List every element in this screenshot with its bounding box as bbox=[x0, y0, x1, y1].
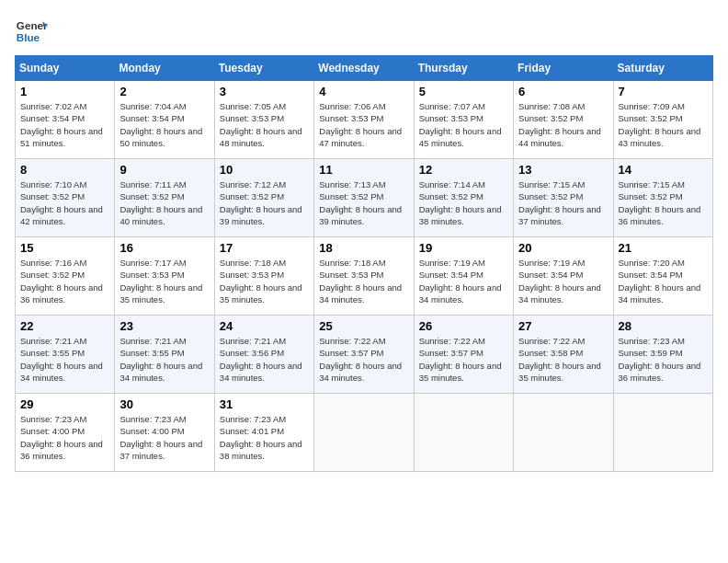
day-number: 1 bbox=[20, 85, 109, 98]
calendar-body: 1 Sunrise: 7:02 AMSunset: 3:54 PMDayligh… bbox=[16, 81, 713, 472]
week-row-5: 29 Sunrise: 7:23 AMSunset: 4:00 PMDaylig… bbox=[16, 394, 713, 472]
day-number: 6 bbox=[518, 85, 608, 98]
cell-info: Sunrise: 7:17 AMSunset: 3:53 PMDaylight:… bbox=[119, 257, 209, 305]
logo: General Blue bbox=[15, 15, 51, 48]
calendar-cell: 5 Sunrise: 7:07 AMSunset: 3:53 PMDayligh… bbox=[414, 81, 513, 159]
calendar-cell: 31 Sunrise: 7:23 AMSunset: 4:01 PMDaylig… bbox=[214, 394, 313, 472]
header-day-monday: Monday bbox=[115, 56, 214, 81]
cell-info: Sunrise: 7:18 AMSunset: 3:53 PMDaylight:… bbox=[319, 257, 408, 305]
calendar-cell: 24 Sunrise: 7:21 AMSunset: 3:56 PMDaylig… bbox=[214, 316, 313, 394]
cell-info: Sunrise: 7:15 AMSunset: 3:52 PMDaylight:… bbox=[619, 178, 708, 227]
cell-info: Sunrise: 7:06 AMSunset: 3:53 PMDaylight:… bbox=[319, 100, 408, 149]
calendar-cell: 7 Sunrise: 7:09 AMSunset: 3:52 PMDayligh… bbox=[613, 81, 712, 159]
calendar-cell: 4 Sunrise: 7:06 AMSunset: 3:53 PMDayligh… bbox=[314, 81, 414, 159]
cell-info: Sunrise: 7:19 AMSunset: 3:54 PMDaylight:… bbox=[419, 257, 508, 305]
day-number: 2 bbox=[119, 85, 209, 98]
day-number: 20 bbox=[518, 241, 608, 255]
day-number: 18 bbox=[319, 241, 408, 255]
week-row-2: 8 Sunrise: 7:10 AMSunset: 3:52 PMDayligh… bbox=[16, 159, 713, 237]
cell-info: Sunrise: 7:09 AMSunset: 3:52 PMDaylight:… bbox=[619, 100, 708, 149]
week-row-4: 22 Sunrise: 7:21 AMSunset: 3:55 PMDaylig… bbox=[16, 316, 713, 394]
calendar-cell bbox=[613, 394, 712, 472]
cell-info: Sunrise: 7:11 AMSunset: 3:52 PMDaylight:… bbox=[119, 178, 209, 227]
cell-info: Sunrise: 7:22 AMSunset: 3:57 PMDaylight:… bbox=[419, 335, 508, 384]
page-header: General Blue bbox=[15, 15, 713, 48]
calendar-cell: 19 Sunrise: 7:19 AMSunset: 3:54 PMDaylig… bbox=[414, 237, 513, 316]
day-number: 11 bbox=[319, 163, 408, 177]
day-number: 24 bbox=[220, 319, 309, 333]
cell-info: Sunrise: 7:23 AMSunset: 3:59 PMDaylight:… bbox=[619, 335, 708, 384]
header-row: SundayMondayTuesdayWednesdayThursdayFrid… bbox=[16, 56, 713, 81]
week-row-1: 1 Sunrise: 7:02 AMSunset: 3:54 PMDayligh… bbox=[16, 81, 713, 159]
header-day-thursday: Thursday bbox=[414, 56, 513, 81]
cell-info: Sunrise: 7:05 AMSunset: 3:53 PMDaylight:… bbox=[220, 100, 309, 149]
calendar-cell: 2 Sunrise: 7:04 AMSunset: 3:54 PMDayligh… bbox=[115, 81, 214, 159]
calendar-cell: 23 Sunrise: 7:21 AMSunset: 3:55 PMDaylig… bbox=[115, 316, 214, 394]
day-number: 3 bbox=[220, 85, 309, 98]
header-day-friday: Friday bbox=[514, 56, 613, 81]
day-number: 7 bbox=[619, 85, 708, 98]
cell-info: Sunrise: 7:22 AMSunset: 3:57 PMDaylight:… bbox=[319, 335, 408, 384]
day-number: 17 bbox=[220, 241, 309, 255]
cell-info: Sunrise: 7:23 AMSunset: 4:00 PMDaylight:… bbox=[119, 413, 209, 462]
calendar-cell: 14 Sunrise: 7:15 AMSunset: 3:52 PMDaylig… bbox=[613, 159, 712, 237]
calendar-cell: 15 Sunrise: 7:16 AMSunset: 3:52 PMDaylig… bbox=[16, 237, 115, 316]
day-number: 9 bbox=[119, 163, 209, 177]
calendar-cell: 22 Sunrise: 7:21 AMSunset: 3:55 PMDaylig… bbox=[16, 316, 115, 394]
cell-info: Sunrise: 7:22 AMSunset: 3:58 PMDaylight:… bbox=[518, 335, 608, 384]
cell-info: Sunrise: 7:21 AMSunset: 3:56 PMDaylight:… bbox=[220, 335, 309, 384]
cell-info: Sunrise: 7:21 AMSunset: 3:55 PMDaylight:… bbox=[119, 335, 209, 384]
header-day-wednesday: Wednesday bbox=[314, 56, 414, 81]
calendar-cell: 30 Sunrise: 7:23 AMSunset: 4:00 PMDaylig… bbox=[115, 394, 214, 472]
day-number: 27 bbox=[518, 319, 608, 333]
calendar-table: SundayMondayTuesdayWednesdayThursdayFrid… bbox=[15, 55, 713, 472]
header-day-tuesday: Tuesday bbox=[214, 56, 313, 81]
calendar-cell bbox=[314, 394, 414, 472]
calendar-cell: 13 Sunrise: 7:15 AMSunset: 3:52 PMDaylig… bbox=[514, 159, 613, 237]
cell-info: Sunrise: 7:20 AMSunset: 3:54 PMDaylight:… bbox=[619, 257, 708, 305]
header-day-saturday: Saturday bbox=[613, 56, 712, 81]
calendar-cell: 25 Sunrise: 7:22 AMSunset: 3:57 PMDaylig… bbox=[314, 316, 414, 394]
cell-info: Sunrise: 7:16 AMSunset: 3:52 PMDaylight:… bbox=[20, 257, 109, 305]
cell-info: Sunrise: 7:23 AMSunset: 4:00 PMDaylight:… bbox=[20, 413, 109, 462]
day-number: 29 bbox=[20, 397, 109, 411]
day-number: 30 bbox=[119, 397, 209, 411]
calendar-header: SundayMondayTuesdayWednesdayThursdayFrid… bbox=[16, 56, 713, 81]
calendar-cell: 8 Sunrise: 7:10 AMSunset: 3:52 PMDayligh… bbox=[16, 159, 115, 237]
day-number: 8 bbox=[20, 163, 109, 177]
day-number: 25 bbox=[319, 319, 408, 333]
calendar-cell: 1 Sunrise: 7:02 AMSunset: 3:54 PMDayligh… bbox=[16, 81, 115, 159]
day-number: 5 bbox=[419, 85, 508, 98]
day-number: 22 bbox=[20, 319, 109, 333]
cell-info: Sunrise: 7:04 AMSunset: 3:54 PMDaylight:… bbox=[119, 100, 209, 149]
calendar-cell: 12 Sunrise: 7:14 AMSunset: 3:52 PMDaylig… bbox=[414, 159, 513, 237]
calendar-cell: 18 Sunrise: 7:18 AMSunset: 3:53 PMDaylig… bbox=[314, 237, 414, 316]
calendar-cell: 3 Sunrise: 7:05 AMSunset: 3:53 PMDayligh… bbox=[214, 81, 313, 159]
calendar-cell: 21 Sunrise: 7:20 AMSunset: 3:54 PMDaylig… bbox=[613, 237, 712, 316]
cell-info: Sunrise: 7:18 AMSunset: 3:53 PMDaylight:… bbox=[220, 257, 309, 305]
day-number: 19 bbox=[419, 241, 508, 255]
calendar-cell: 28 Sunrise: 7:23 AMSunset: 3:59 PMDaylig… bbox=[613, 316, 712, 394]
day-number: 21 bbox=[619, 241, 708, 255]
cell-info: Sunrise: 7:23 AMSunset: 4:01 PMDaylight:… bbox=[220, 413, 309, 462]
calendar-cell bbox=[414, 394, 513, 472]
day-number: 4 bbox=[319, 85, 408, 98]
calendar-cell: 27 Sunrise: 7:22 AMSunset: 3:58 PMDaylig… bbox=[514, 316, 613, 394]
day-number: 28 bbox=[619, 319, 708, 333]
cell-info: Sunrise: 7:21 AMSunset: 3:55 PMDaylight:… bbox=[20, 335, 109, 384]
logo-icon: General Blue bbox=[15, 15, 48, 48]
day-number: 15 bbox=[20, 241, 109, 255]
header-day-sunday: Sunday bbox=[16, 56, 115, 81]
calendar-cell: 9 Sunrise: 7:11 AMSunset: 3:52 PMDayligh… bbox=[115, 159, 214, 237]
cell-info: Sunrise: 7:14 AMSunset: 3:52 PMDaylight:… bbox=[419, 178, 508, 227]
calendar-cell: 16 Sunrise: 7:17 AMSunset: 3:53 PMDaylig… bbox=[115, 237, 214, 316]
week-row-3: 15 Sunrise: 7:16 AMSunset: 3:52 PMDaylig… bbox=[16, 237, 713, 316]
cell-info: Sunrise: 7:15 AMSunset: 3:52 PMDaylight:… bbox=[518, 178, 608, 227]
svg-text:Blue: Blue bbox=[17, 31, 40, 43]
day-number: 23 bbox=[119, 319, 209, 333]
cell-info: Sunrise: 7:13 AMSunset: 3:52 PMDaylight:… bbox=[319, 178, 408, 227]
cell-info: Sunrise: 7:02 AMSunset: 3:54 PMDaylight:… bbox=[20, 100, 109, 149]
day-number: 12 bbox=[419, 163, 508, 177]
day-number: 26 bbox=[419, 319, 508, 333]
day-number: 13 bbox=[518, 163, 608, 177]
